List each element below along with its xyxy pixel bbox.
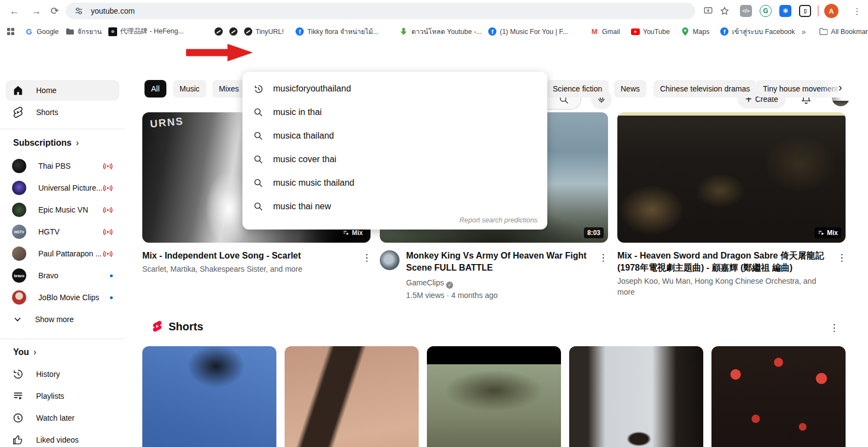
chip-all[interactable]: All: [144, 80, 166, 98]
channel-avatar: [12, 181, 26, 195]
bookmark-tikky-flora[interactable]: f Tikky flora จำหน่ายไม้...: [292, 26, 381, 37]
chip-music[interactable]: Music: [173, 80, 206, 98]
reload-icon[interactable]: ⟳: [47, 3, 62, 19]
sidebar-item-home[interactable]: Home: [5, 80, 119, 101]
browser-toolbar: ← → ⟳ youtube.com </> G ✳ ▯ A ⋮: [0, 0, 868, 22]
chip-science-fiction[interactable]: Science fiction: [546, 80, 609, 98]
subscriptions-header[interactable]: Subscriptions ›: [13, 138, 79, 148]
short-thumbnail-3[interactable]: [427, 346, 561, 447]
video-title[interactable]: Monkey King Vs Army Of Heaven War Fight …: [406, 250, 587, 274]
short-thumbnail-4[interactable]: [569, 346, 703, 447]
gmail-icon: M: [590, 27, 599, 36]
short-thumbnail-5[interactable]: [711, 346, 846, 447]
suggestion-item[interactable]: musica thailand: [242, 126, 547, 146]
extension-code-icon[interactable]: </>: [740, 5, 752, 17]
sidebar-item-liked-videos[interactable]: Liked videos: [5, 429, 119, 447]
site-info-icon[interactable]: [72, 4, 85, 18]
short-thumbnail-1[interactable]: [142, 346, 276, 447]
apps-grid-icon[interactable]: [7, 25, 15, 38]
all-bookmarks-button[interactable]: All Bookmarks: [815, 27, 868, 36]
suggestion-item[interactable]: musicforyouthailand: [242, 79, 547, 99]
sidebar-channel-hgtv[interactable]: HGTV HGTV: [5, 221, 119, 242]
sidebar-item-shorts[interactable]: Shorts: [5, 102, 119, 123]
sidebar-channel-thai-pbs[interactable]: Thai PBS: [5, 156, 119, 176]
bookmark-favicon-1[interactable]: [211, 27, 226, 36]
video-menu-icon[interactable]: ⋮: [597, 251, 610, 264]
short-thumbnail-2[interactable]: [285, 346, 419, 447]
thumbnail-sign-text: URNS: [149, 115, 184, 130]
extension-grammarly-icon[interactable]: G: [760, 5, 772, 17]
bookmark-maps[interactable]: Maps: [678, 27, 713, 36]
sidebar-item-playlists[interactable]: Playlists: [5, 386, 119, 406]
report-search-predictions-link[interactable]: Report search predictions: [460, 216, 537, 224]
back-icon[interactable]: ←: [7, 3, 22, 19]
video-menu-icon[interactable]: ⋮: [835, 251, 848, 264]
folder-icon: [65, 27, 74, 36]
bookmark-google[interactable]: G Google: [21, 27, 62, 36]
chip-chinese-tv-dramas[interactable]: Chinese television dramas: [653, 80, 756, 98]
video-info-1[interactable]: Mix - Independent Love Song - Scarlet Sc…: [142, 250, 350, 274]
shorts-section-title: Shorts: [169, 320, 203, 333]
chip-news[interactable]: News: [614, 80, 646, 98]
suggestion-item[interactable]: music in thai: [242, 102, 547, 122]
bookmark-tinyurl[interactable]: TinyURL!: [241, 27, 287, 36]
extension-clipboard-icon[interactable]: ▯: [799, 5, 811, 17]
video-subtitle: Scarlet, Martika, Shakespears Sister, an…: [142, 263, 350, 274]
video-title[interactable]: Mix - Heaven Sword and Dragon Sabre 倚天屠龍…: [617, 250, 826, 274]
sidebar-item-history[interactable]: History: [5, 364, 119, 385]
bookmarks-overflow-icon[interactable]: »: [798, 27, 809, 36]
install-icon[interactable]: [702, 4, 715, 18]
sidebar-channel-epic-music[interactable]: Epic Music VN: [5, 199, 119, 220]
browser-menu-icon[interactable]: ⋮: [849, 3, 865, 19]
sidebar-channel-bravo[interactable]: bravo Bravo: [5, 265, 119, 286]
chevron-right-icon: ›: [33, 347, 36, 357]
playlist-play-icon: [343, 230, 350, 237]
address-bar[interactable]: youtube.com: [66, 3, 695, 19]
bookmark-music-for-you[interactable]: f (1) Music For You | F...: [485, 27, 571, 36]
bookmark-hefeng[interactable]: ⊕ 代理品牌 - HeFeng...: [105, 27, 187, 36]
chip-mixes[interactable]: Mixes: [212, 80, 246, 98]
history-icon: [12, 368, 24, 380]
channel-avatar: [12, 203, 26, 217]
bookmark-star-icon[interactable]: [718, 4, 731, 18]
sidebar-channel-paul-pattarapon[interactable]: Paul Pattarapon ...: [5, 243, 119, 264]
bookmark-facebook-login[interactable]: f เข้าสู่ระบบ Facebook: [717, 26, 798, 37]
bookmark-gmail[interactable]: M Gmail: [587, 27, 623, 36]
video-menu-icon[interactable]: ⋮: [360, 251, 373, 264]
live-icon: [103, 163, 113, 170]
sidebar-channel-universal[interactable]: Universal Picture...: [5, 177, 119, 198]
channel-avatar: HGTV: [12, 225, 26, 239]
bookmark-folder[interactable]: จักรยาน: [62, 26, 105, 37]
extension-blue-icon[interactable]: ✳: [779, 5, 791, 17]
suggestion-item[interactable]: music music thailand: [242, 173, 547, 193]
sidebar-show-more[interactable]: Show more: [5, 309, 119, 330]
bookmark-youtube-download[interactable]: ดาวน์โหลด Youtube -...: [396, 26, 485, 37]
shorts-menu-icon[interactable]: ⋮: [828, 321, 841, 334]
history-icon: [252, 83, 264, 95]
channel-name[interactable]: GameClips✓: [406, 277, 587, 289]
bookmark-youtube[interactable]: YouTube: [628, 27, 673, 36]
facebook-icon: f: [296, 27, 304, 36]
suggestion-item[interactable]: music thai new: [242, 197, 547, 216]
channel-avatar-gameclips[interactable]: [380, 250, 400, 270]
sidebar-channel-joblo[interactable]: JoBlo Movie Clips: [5, 287, 119, 308]
live-icon: [103, 207, 113, 214]
video-info-3[interactable]: Mix - Heaven Sword and Dragon Sabre 倚天屠龍…: [617, 250, 826, 297]
browser-profile-avatar[interactable]: A: [824, 4, 838, 18]
playlists-icon: [12, 390, 24, 402]
sidebar-item-watch-later[interactable]: Watch later: [5, 408, 119, 428]
video-thumbnail-3[interactable]: Mix: [617, 112, 846, 243]
live-icon: [103, 250, 113, 257]
you-header[interactable]: You ›: [13, 347, 36, 357]
facebook-icon: f: [720, 27, 728, 36]
forward-icon[interactable]: →: [28, 3, 44, 19]
toolbar-separator: [818, 5, 819, 16]
video-title[interactable]: Mix - Independent Love Song - Scarlet: [142, 250, 350, 262]
suggestion-item[interactable]: music cover thai: [242, 150, 547, 169]
chips-scroll-right-icon[interactable]: ›: [838, 81, 842, 94]
youtube-masthead: Premium TH musicforyouthailand ✕ + Creat…: [0, 41, 868, 74]
bookmark-favicon-2[interactable]: [226, 27, 241, 36]
globe-dark-icon: [229, 27, 238, 36]
sidebar-divider: [0, 129, 125, 129]
video-info-2[interactable]: Monkey King Vs Army Of Heaven War Fight …: [406, 250, 587, 301]
